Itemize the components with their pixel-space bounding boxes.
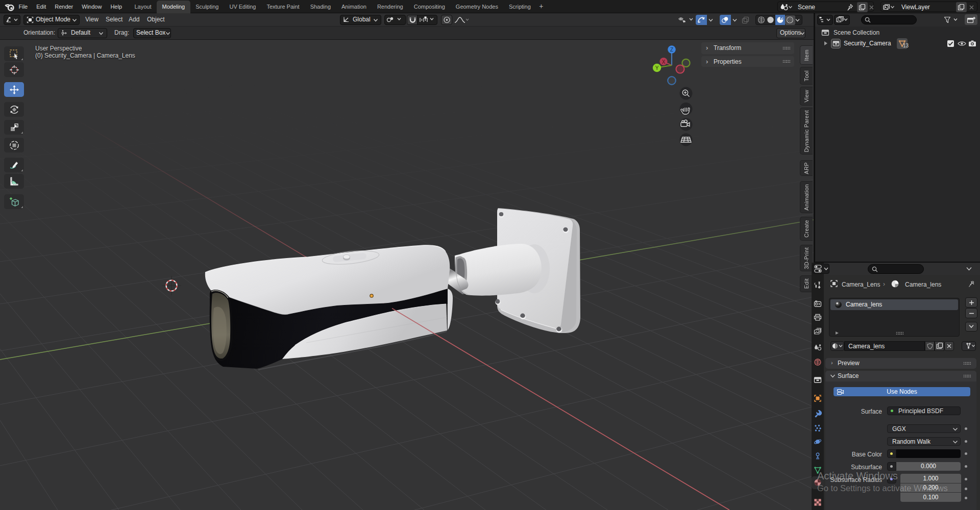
svg-text:Z: Z — [670, 47, 673, 53]
svg-text:X: X — [662, 59, 666, 65]
svg-text:Y: Y — [655, 65, 659, 71]
